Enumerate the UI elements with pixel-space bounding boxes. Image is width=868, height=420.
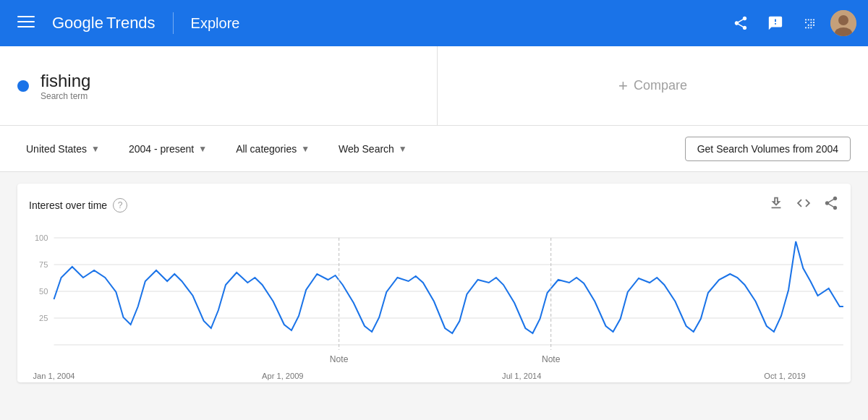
category-arrow-icon: ▼ <box>301 144 310 154</box>
compare-button[interactable]: + Compare <box>438 46 868 125</box>
category-filter[interactable]: All categories ▼ <box>227 137 318 160</box>
feedback-button[interactable] <box>761 9 790 38</box>
search-term-box: fishing Search term <box>0 46 438 125</box>
logo-trends-text: Trends <box>106 14 156 33</box>
svg-text:Oct 1, 2019: Oct 1, 2019 <box>764 372 805 380</box>
svg-text:50: 50 <box>39 287 48 296</box>
search-area: fishing Search term + Compare <box>0 46 868 126</box>
country-filter[interactable]: United States ▼ <box>17 137 109 160</box>
filters-area: United States ▼ 2004 - present ▼ All cat… <box>0 126 868 172</box>
svg-text:100: 100 <box>35 233 48 242</box>
help-icon[interactable]: ? <box>113 198 127 213</box>
svg-text:25: 25 <box>39 314 48 322</box>
download-icon[interactable] <box>768 195 784 215</box>
chart-svg-area: 100 75 50 25 Note Note Jan 1, 2004 Apr 1… <box>17 223 851 382</box>
help-icon-label: ? <box>118 200 123 210</box>
term-info: fishing Search term <box>41 71 90 101</box>
app-logo[interactable]: Google Trends <box>52 14 156 33</box>
header-divider <box>173 12 174 34</box>
time-range-filter[interactable]: 2004 - present ▼ <box>120 137 216 160</box>
explore-label: Explore <box>191 15 240 32</box>
svg-text:Note: Note <box>542 354 561 364</box>
compare-plus-icon: + <box>618 77 628 95</box>
menu-icon[interactable] <box>12 7 41 40</box>
term-color-dot <box>17 80 29 92</box>
embed-icon[interactable] <box>796 195 812 215</box>
svg-rect-0 <box>17 16 35 17</box>
svg-point-4 <box>838 15 848 25</box>
svg-text:Note: Note <box>330 354 349 364</box>
svg-text:Apr 1, 2009: Apr 1, 2009 <box>262 372 303 380</box>
time-range-arrow-icon: ▼ <box>198 144 207 154</box>
share-chart-icon[interactable] <box>823 195 839 215</box>
chart-title: Interest over time <box>29 200 107 211</box>
chart-actions <box>768 195 839 215</box>
svg-text:Jul 1, 2014: Jul 1, 2014 <box>502 372 541 380</box>
chart-header: Interest over time ? <box>17 195 851 223</box>
search-type-label: Web Search <box>339 143 394 155</box>
svg-text:75: 75 <box>39 260 48 269</box>
svg-rect-1 <box>17 21 35 22</box>
header-icons <box>726 9 856 38</box>
term-type: Search term <box>41 91 90 101</box>
app-header: Google Trends Explore <box>0 0 868 46</box>
get-volumes-button[interactable]: Get Search Volumes from 2004 <box>685 137 851 161</box>
share-button[interactable] <box>726 9 755 38</box>
search-type-arrow-icon: ▼ <box>399 144 407 154</box>
logo-google-text: Google <box>52 14 103 33</box>
chart-title-area: Interest over time ? <box>29 198 127 213</box>
category-label: All categories <box>236 143 297 155</box>
chart-svg: 100 75 50 25 Note Note Jan 1, 2004 Apr 1… <box>17 223 851 382</box>
country-arrow-icon: ▼ <box>91 144 100 154</box>
term-name: fishing <box>41 71 90 91</box>
compare-label: Compare <box>634 78 687 93</box>
time-range-label: 2004 - present <box>129 143 194 155</box>
svg-rect-2 <box>17 26 35 27</box>
apps-button[interactable] <box>796 9 825 38</box>
search-type-filter[interactable]: Web Search ▼ <box>330 137 416 160</box>
country-label: United States <box>26 143 87 155</box>
interest-over-time-chart: Interest over time ? <box>17 184 851 382</box>
user-avatar[interactable] <box>830 10 856 36</box>
svg-text:Jan 1, 2004: Jan 1, 2004 <box>33 372 75 380</box>
